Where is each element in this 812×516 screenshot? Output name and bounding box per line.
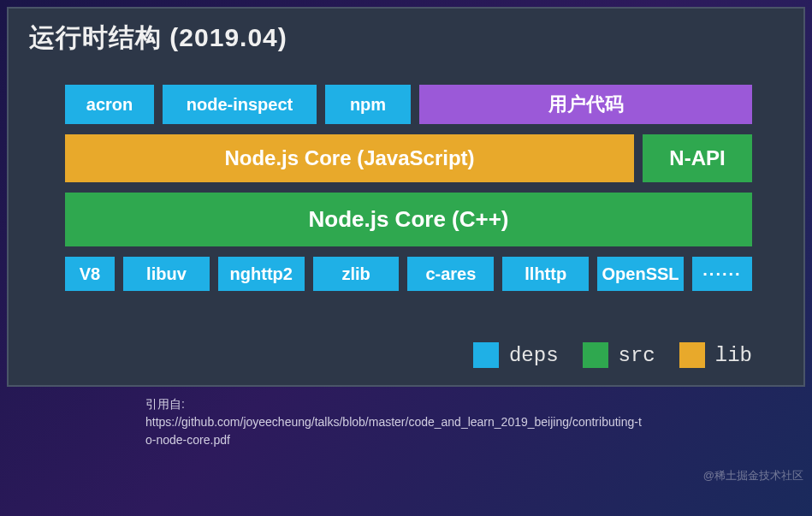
row-tools: acron node-inspect npm 用户代码 <box>65 85 752 124</box>
box-more: ······ <box>692 257 752 291</box>
swatch-deps <box>473 342 499 368</box>
panel-title: 运行时结构 (2019.04) <box>29 21 752 56</box>
box-llhttp: llhttp <box>502 257 589 291</box>
box-core-js: Node.js Core (JavaScript) <box>65 134 634 182</box>
swatch-src <box>583 342 608 368</box>
box-zlib: zlib <box>313 257 400 291</box>
row-core-cpp: Node.js Core (C++) <box>65 193 752 246</box>
row-deps: V8 libuv nghttp2 zlib c-ares llhttp Open… <box>65 257 752 291</box>
box-npm: npm <box>325 85 411 124</box>
box-user-code: 用户代码 <box>419 85 752 124</box>
diagram-panel: 运行时结构 (2019.04) acron node-inspect npm 用… <box>7 7 805 387</box>
legend: deps src lib <box>65 342 752 368</box>
citation-url: https://github.com/joyeecheung/talks/blo… <box>145 413 642 449</box>
box-acron: acron <box>65 85 154 124</box>
legend-deps: deps <box>473 342 559 368</box>
watermark: @稀土掘金技术社区 <box>703 468 803 483</box>
box-napi: N-API <box>643 134 752 182</box>
box-libuv: libuv <box>123 257 210 291</box>
box-core-cpp: Node.js Core (C++) <box>65 193 752 246</box>
citation-prefix: 引用自: <box>145 395 642 413</box>
row-core-js: Node.js Core (JavaScript) N-API <box>65 134 752 182</box>
legend-src: src <box>583 342 655 368</box>
legend-lib-label: lib <box>715 344 752 367</box>
citation: 引用自: https://github.com/joyeecheung/talk… <box>145 395 642 449</box>
box-node-inspect: node-inspect <box>163 85 317 124</box>
box-nghttp2: nghttp2 <box>218 257 305 291</box>
swatch-lib <box>679 342 705 368</box>
box-cares: c-ares <box>407 257 494 291</box>
legend-src-label: src <box>619 344 655 367</box>
box-openssl: OpenSSL <box>597 257 684 291</box>
architecture-diagram: acron node-inspect npm 用户代码 Node.js Core… <box>29 85 752 368</box>
box-v8: V8 <box>65 257 115 291</box>
legend-lib: lib <box>679 342 752 368</box>
legend-deps-label: deps <box>509 344 559 367</box>
